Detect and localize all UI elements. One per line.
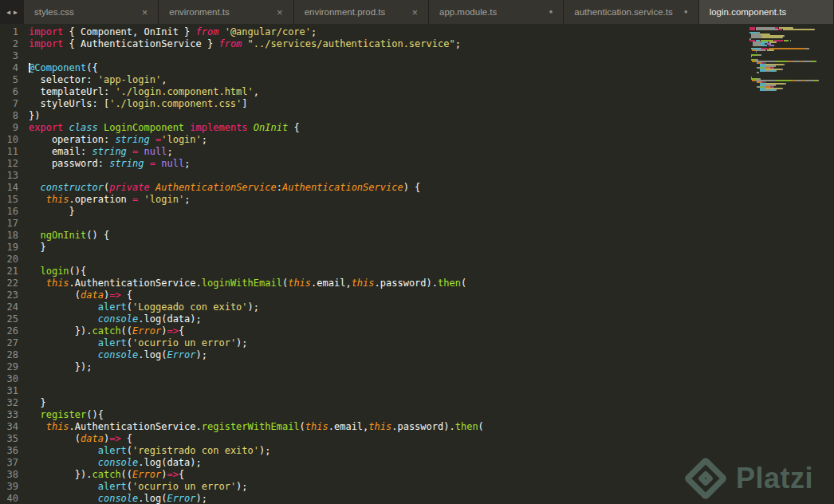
code-text: console.log(Error); [29, 349, 834, 361]
code-line[interactable]: 31 [0, 385, 834, 397]
code-area: 1import { Component, OnInit } from '@ang… [0, 26, 834, 504]
code-line[interactable]: 28 console.log(Error); [0, 349, 834, 361]
line-number: 35 [0, 433, 29, 445]
code-text: (data)=> { [29, 289, 834, 301]
tab-label: authentication.service.ts [574, 7, 672, 17]
code-text: this.AuthenticationService.registerWithE… [29, 421, 834, 433]
line-number: 15 [0, 194, 29, 206]
code-line[interactable]: 13 [0, 170, 834, 182]
line-number: 16 [0, 206, 29, 218]
code-line[interactable]: 23 (data)=> { [0, 289, 834, 301]
code-text: ngOnInit() { [29, 230, 834, 242]
code-line[interactable]: 9export class LoginComponent implements … [0, 122, 834, 134]
code-text: import { AuthenticationService } from ".… [29, 38, 834, 50]
line-number: 28 [0, 349, 29, 361]
code-line[interactable]: 3 [0, 50, 834, 62]
tab-dirty-icon[interactable]: ● [549, 9, 553, 15]
tab-authentication-service-ts[interactable]: authentication.service.ts● [564, 0, 698, 24]
code-text: alert('ocurrio un error'); [29, 337, 834, 349]
line-number: 24 [0, 301, 29, 313]
line-number: 4 [0, 62, 29, 74]
tab-close-icon[interactable]: × [411, 7, 418, 18]
line-number: 23 [0, 289, 29, 301]
code-text: } [29, 242, 834, 254]
code-line[interactable]: 29 }); [0, 361, 834, 373]
line-number: 1 [0, 26, 29, 38]
line-number: 32 [0, 397, 29, 409]
code-text: } [29, 206, 834, 218]
code-line[interactable]: 10 operation: string ='login'; [0, 134, 834, 146]
code-line[interactable]: 8}) [0, 110, 834, 122]
code-text: operation: string ='login'; [29, 134, 834, 146]
code-line[interactable]: 22 this.AuthenticationService.loginWithE… [0, 278, 834, 289]
minimap[interactable] [749, 27, 829, 91]
code-text: login(){ [29, 266, 834, 278]
code-text [29, 50, 834, 62]
code-line[interactable]: 27 alert('ocurrio un error'); [0, 337, 834, 349]
line-number: 20 [0, 254, 29, 266]
line-number: 22 [0, 278, 29, 289]
code-line[interactable]: 6 templateUrl: './login.component.html', [0, 86, 834, 98]
code-line[interactable]: 17 [0, 218, 834, 230]
code-line[interactable]: 25 console.log(data); [0, 313, 834, 325]
tab-environment-ts[interactable]: environment.ts× [159, 0, 293, 24]
code-line[interactable]: 11 email: string = null; [0, 146, 834, 158]
code-line[interactable]: 26 }).catch((Error)=>{ [0, 325, 834, 337]
code-line[interactable]: 32 } [0, 397, 834, 409]
code-text: email: string = null; [29, 146, 834, 158]
tab-close-icon[interactable]: × [277, 7, 283, 18]
code-text: (data)=> { [29, 433, 834, 445]
code-line[interactable]: 34 this.AuthenticationService.registerWi… [0, 421, 834, 433]
code-line[interactable]: 33 register(){ [0, 409, 834, 421]
code-text: alert('registrado con exito'); [29, 445, 834, 457]
code-line[interactable]: 7 styleUrls: ['./login.component.css'] [0, 98, 834, 110]
line-number: 6 [0, 86, 29, 98]
code-line[interactable]: 16 } [0, 206, 834, 218]
code-line[interactable]: 4@Component({ [0, 62, 834, 74]
code-line[interactable]: 24 alert('Loggeado con exito'); [0, 301, 834, 313]
line-number: 13 [0, 170, 29, 182]
code-line[interactable]: 14 constructor(private AuthenticationSer… [0, 182, 834, 194]
line-number: 38 [0, 469, 29, 481]
tab-bar: ◀ ▶ styles.css×environment.ts×environmen… [0, 0, 834, 24]
line-number: 33 [0, 409, 29, 421]
line-number: 14 [0, 182, 29, 194]
code-text: }); [29, 361, 834, 373]
code-text: register(){ [29, 409, 834, 421]
tab-scroll-right-icon[interactable]: ▶ [14, 9, 18, 16]
tab-close-icon[interactable]: × [142, 7, 148, 18]
code-text: constructor(private AuthenticationServic… [29, 182, 834, 194]
code-line[interactable]: 18 ngOnInit() { [0, 230, 834, 242]
tab-scroll-left-icon[interactable]: ◀ [6, 9, 10, 16]
editor[interactable]: 1import { Component, OnInit } from '@ang… [0, 24, 834, 504]
code-line[interactable]: 2import { AuthenticationService } from "… [0, 38, 834, 50]
code-line[interactable]: 21 login(){ [0, 266, 834, 278]
tab-scroll-arrows[interactable]: ◀ ▶ [0, 0, 24, 24]
code-line[interactable]: 20 [0, 254, 834, 266]
line-number: 18 [0, 230, 29, 242]
code-text: @Component({ [29, 62, 834, 74]
line-number: 11 [0, 146, 29, 158]
code-line[interactable]: 5 selector: 'app-login', [0, 74, 834, 86]
code-line[interactable]: 12 password: string = null; [0, 158, 834, 170]
tab-login-component-ts[interactable]: login.component.ts [699, 0, 834, 24]
code-line[interactable]: 35 (data)=> { [0, 433, 834, 445]
line-number: 26 [0, 325, 29, 337]
code-line[interactable]: 30 [0, 373, 834, 385]
platzi-watermark: Platzi [685, 458, 813, 499]
tab-styles-css[interactable]: styles.css× [24, 0, 159, 24]
line-number: 3 [0, 50, 29, 62]
line-number: 8 [0, 110, 29, 122]
code-line[interactable]: 15 this.operation = 'login'; [0, 194, 834, 206]
line-number: 29 [0, 361, 29, 373]
tab-dirty-icon[interactable]: ● [684, 9, 688, 15]
tab-environment-prod-ts[interactable]: environment.prod.ts× [294, 0, 429, 24]
code-line[interactable]: 19 } [0, 242, 834, 254]
code-line[interactable]: 36 alert('registrado con exito'); [0, 445, 834, 457]
code-text [29, 385, 834, 397]
tab-app-module-ts[interactable]: app.module.ts● [429, 0, 564, 24]
tab-label: environment.prod.ts [305, 7, 386, 17]
code-line[interactable]: 1import { Component, OnInit } from '@ang… [0, 26, 834, 38]
code-text: import { Component, OnInit } from '@angu… [29, 26, 834, 38]
code-text: } [29, 397, 834, 409]
